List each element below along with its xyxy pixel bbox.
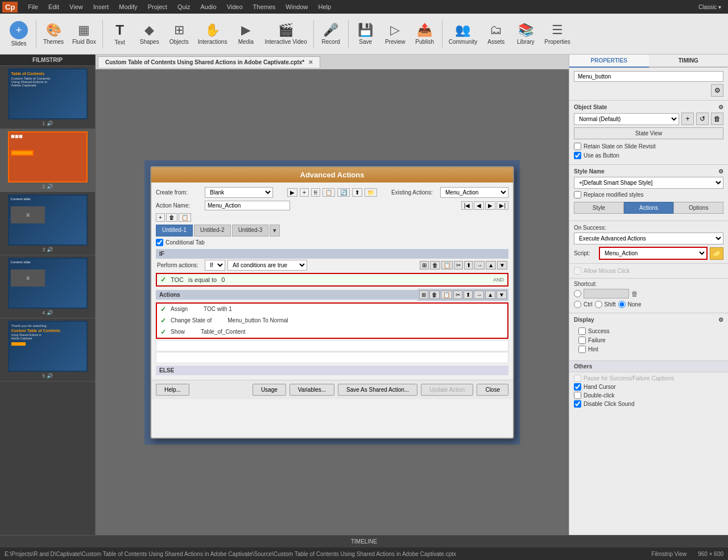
act-del-btn[interactable]: 🗑 xyxy=(429,291,440,299)
update-action-button[interactable]: Update Action xyxy=(421,384,473,396)
act-down-btn[interactable]: ▼ xyxy=(497,291,507,299)
menu-file[interactable]: File xyxy=(23,2,43,11)
close-button[interactable]: Close xyxy=(477,384,508,396)
dialog-tab-3[interactable]: Untitled-3 xyxy=(232,225,269,237)
act-indent-btn[interactable]: → xyxy=(474,291,484,299)
state-settings-icon[interactable]: ⚙ xyxy=(718,104,723,110)
cond-copy-btn[interactable]: 📋 xyxy=(441,261,453,269)
shortcut-input[interactable] xyxy=(584,289,629,298)
menu-view[interactable]: View xyxy=(65,2,88,11)
state-refresh-btn[interactable]: ↺ xyxy=(696,113,709,125)
action-btn-4[interactable]: 🔄 xyxy=(337,188,350,197)
state-view-button[interactable]: State View xyxy=(574,127,723,139)
filmstrip-item-4[interactable]: Content slide 🖥 4 🔊 xyxy=(0,255,95,318)
script-select[interactable]: Menu_Action xyxy=(599,247,708,260)
retain-state-checkbox[interactable] xyxy=(574,143,581,150)
panel-settings-btn[interactable]: ⚙ xyxy=(711,84,723,97)
toolbar-add-btn[interactable]: + xyxy=(156,213,165,222)
create-from-select[interactable]: Blank xyxy=(205,187,273,198)
cond-indent-btn[interactable]: → xyxy=(474,261,485,269)
panel-tab-timing[interactable]: TIMING xyxy=(649,55,729,68)
shortcut-del-icon[interactable]: 🗑 xyxy=(631,290,638,298)
action-name-input[interactable] xyxy=(205,201,290,210)
state-add-btn[interactable]: + xyxy=(681,113,694,125)
replace-styles-checkbox[interactable] xyxy=(574,191,581,198)
tool-preview[interactable]: ▷ Preview xyxy=(381,16,410,52)
condition-select[interactable]: All conditions are true xyxy=(228,260,307,271)
action-row-3[interactable]: ✓ Show Table_of_Content xyxy=(157,326,507,338)
allow-mouse-checkbox[interactable] xyxy=(574,267,581,275)
tool-record[interactable]: 🎤 Record xyxy=(317,16,345,52)
act-paste-btn[interactable]: ⬆ xyxy=(464,291,473,299)
display-success-checkbox[interactable] xyxy=(578,327,586,335)
nav-first-btn[interactable]: |◀ xyxy=(461,201,473,210)
tool-interactive-video[interactable]: 🎬 Interactive Video xyxy=(261,16,310,52)
nav-next-btn[interactable]: ▶ xyxy=(485,201,495,210)
menu-edit[interactable]: Edit xyxy=(44,2,64,11)
perform-if-select[interactable]: If xyxy=(205,260,225,271)
filmstrip-item-5[interactable]: Thank you for watching Custom Table of C… xyxy=(0,318,95,381)
play-btn[interactable]: ▶ xyxy=(287,188,297,197)
tool-objects[interactable]: ⊞ Objects xyxy=(165,16,193,52)
nav-last-btn[interactable]: ▶| xyxy=(497,201,508,210)
menu-insert[interactable]: Insert xyxy=(89,2,114,11)
filmstrip-item-1[interactable]: Table of Contents Custom Table of Conten… xyxy=(0,66,95,129)
add-action-btn[interactable]: + xyxy=(300,188,309,197)
state-del-btn[interactable]: 🗑 xyxy=(711,113,723,125)
menu-modify[interactable]: Modify xyxy=(114,2,142,11)
action-btn-6[interactable]: 📁 xyxy=(365,188,377,197)
style-name-select[interactable]: +[Default Smart Shape Style] xyxy=(574,177,723,189)
cond-del-btn[interactable]: 🗑 xyxy=(430,261,440,269)
filmstrip-item-3[interactable]: Content slide 🖥 3 🔊 xyxy=(0,192,95,255)
action-btn-3[interactable]: 📋 xyxy=(322,188,335,197)
menu-audio[interactable]: Audio xyxy=(196,2,221,11)
act-add-btn[interactable]: ⊞ xyxy=(419,291,428,299)
variables-button[interactable]: Variables... xyxy=(289,384,334,396)
tool-shapes[interactable]: ◆ Shapes xyxy=(135,16,164,52)
dialog-tab-2[interactable]: Untitled-2 xyxy=(194,225,231,237)
cond-up-btn[interactable]: ▲ xyxy=(486,261,496,269)
condition-row[interactable]: ✓ TOC is equal to 0 AND xyxy=(156,273,508,287)
menu-window[interactable]: Window xyxy=(281,2,312,11)
classic-label[interactable]: Classic ▾ xyxy=(698,4,726,10)
act-copy-btn[interactable]: 📋 xyxy=(441,291,452,299)
action-btn-5[interactable]: ⬆ xyxy=(352,188,362,197)
display-settings-icon[interactable]: ⚙ xyxy=(718,317,723,323)
content-tab-main[interactable]: Custom Table of Contents Using Shared Ac… xyxy=(98,56,320,68)
style-tab-style[interactable]: Style xyxy=(574,202,624,214)
copy-action-btn[interactable]: ⎘ xyxy=(311,188,320,197)
others-hand-cursor-checkbox[interactable] xyxy=(574,383,581,391)
display-hint-checkbox[interactable] xyxy=(578,346,586,353)
shortcut-shift-radio[interactable] xyxy=(595,301,602,308)
act-up-btn[interactable]: ▲ xyxy=(485,291,495,299)
tool-community[interactable]: 👥 Community xyxy=(445,16,481,52)
use-as-button-checkbox[interactable] xyxy=(574,152,581,159)
dialog-tab-more[interactable]: ▾ xyxy=(270,225,280,237)
style-tab-actions[interactable]: Actions xyxy=(624,202,674,214)
menu-video[interactable]: Video xyxy=(222,2,247,11)
tool-media[interactable]: ▶ Media xyxy=(231,16,260,52)
tool-publish[interactable]: 📤 Publish xyxy=(411,16,439,52)
tool-text[interactable]: T Text xyxy=(106,16,134,52)
panel-tab-properties[interactable]: PROPERTIES xyxy=(569,55,649,68)
cond-down-btn[interactable]: ▼ xyxy=(497,261,507,269)
dialog-tab-1[interactable]: Untitled-1 xyxy=(156,225,193,237)
menu-quiz[interactable]: Quiz xyxy=(173,2,195,11)
object-name-field[interactable] xyxy=(574,71,723,82)
state-select[interactable]: Normal (Default) xyxy=(574,113,679,125)
tool-assets[interactable]: 🗂 Assets xyxy=(482,16,510,52)
tool-interactions[interactable]: ✋ Interactions xyxy=(195,16,231,52)
style-tab-options[interactable]: Options xyxy=(673,202,723,214)
tool-library[interactable]: 📚 Library xyxy=(511,16,540,52)
act-cut-btn[interactable]: ✂ xyxy=(453,291,462,299)
style-settings-icon[interactable]: ⚙ xyxy=(718,168,723,175)
cond-cut-btn[interactable]: ✂ xyxy=(454,261,463,269)
menu-themes[interactable]: Themes xyxy=(249,2,280,11)
menu-help[interactable]: Help xyxy=(313,2,336,11)
tool-properties[interactable]: ☰ Properties xyxy=(541,16,574,52)
save-as-shared-button[interactable]: Save As Shared Action... xyxy=(338,384,417,396)
display-failure-checkbox[interactable] xyxy=(578,337,586,344)
shortcut-radio-none-top[interactable] xyxy=(574,290,581,297)
menu-project[interactable]: Project xyxy=(143,2,172,11)
cond-add-row-btn[interactable]: ⊞ xyxy=(420,261,429,269)
